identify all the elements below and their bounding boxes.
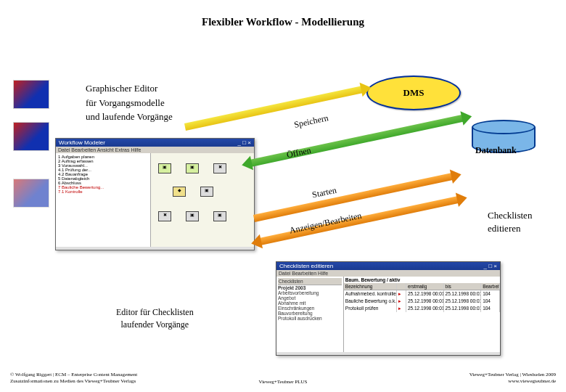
window-controls[interactable]: _ □ × xyxy=(238,139,251,146)
desc-line: Graphischer Editor xyxy=(86,81,173,96)
label-anz-bearb: Anzeigen/Bearbeiten xyxy=(289,211,363,237)
window-title: Workflow Modeler xyxy=(59,139,105,146)
label-oeffnen: Öffnen xyxy=(286,145,312,161)
cell: Bauliche Bewertung o.k. xyxy=(344,298,397,305)
thumbnail-2 xyxy=(13,122,49,151)
cell: 25.12.1998 00:01 xyxy=(406,298,444,305)
cell: 25.12.1998 00:01 xyxy=(406,305,444,312)
checklist-editor-desc: Editor für Checklisten laufender Vorgäng… xyxy=(116,306,194,331)
arrow-speichern xyxy=(184,86,364,131)
cell: 104 xyxy=(481,290,500,298)
col-head xyxy=(397,283,406,290)
window-title: Checklisten editieren xyxy=(279,263,333,269)
flag-icon: ▸ xyxy=(397,290,406,298)
col-head: Bearbeitungstr. xyxy=(481,283,500,290)
checklist-line: Checklisten xyxy=(488,209,532,222)
col-head: erstmalig xyxy=(406,283,444,290)
thumbnail-1 xyxy=(13,80,49,109)
cell: Aufnahmebed. kontrolliert xyxy=(344,290,397,298)
workflow-node[interactable]: ▣ xyxy=(213,211,226,221)
label-speichern: Speichern xyxy=(293,113,329,131)
cell: 25.12.1998 00:01 xyxy=(444,298,482,305)
workflow-node[interactable]: ◆ xyxy=(173,187,186,197)
footer-text: © Wolfgang Riggert | ECM – Enterprise Co… xyxy=(10,372,137,378)
desc-line: für Vorgangsmodelle xyxy=(86,96,173,110)
window-menu[interactable]: Datei Bearbeiten Hilfe xyxy=(276,270,500,277)
thumbnail-3 xyxy=(13,179,49,208)
editor-description: Graphischer Editor für Vorgangsmodelle u… xyxy=(86,81,173,124)
desc-line: Editor für Checklisten xyxy=(116,306,194,319)
col-head: Bezeichnung xyxy=(344,283,397,290)
footer-center: Vieweg+Teubner PLUS xyxy=(259,379,308,385)
cell: Protokoll prüfen xyxy=(344,305,397,312)
window-controls[interactable]: _ □ × xyxy=(484,263,497,269)
cell: 25.12.1998 00:01 xyxy=(444,290,482,298)
flag-icon: ▸ xyxy=(397,298,406,305)
footer-right: Vieweg+Teubner Verlag | Wiesbaden 2009 w… xyxy=(469,372,556,385)
cell: 104 xyxy=(481,298,500,305)
checklist-label: Checklisten editieren xyxy=(488,209,532,235)
table-row[interactable]: Protokoll prüfen ▸ 25.12.1998 00:01 25.1… xyxy=(344,305,500,312)
cell: 25.12.1998 00:01 xyxy=(406,290,444,298)
workflow-node[interactable]: ▣ xyxy=(200,187,213,197)
tree-tab[interactable]: Checklisten xyxy=(278,278,342,285)
desc-line: und laufende Vorgänge xyxy=(86,110,173,124)
workflow-node[interactable]: ✖ xyxy=(158,211,171,221)
workflow-node[interactable]: ▣ xyxy=(158,163,171,173)
list-item[interactable]: 7.1 Kontrolle xyxy=(57,189,149,194)
tree-item[interactable]: Arbeitsvorbereitung xyxy=(278,290,342,295)
window-titlebar: Checklisten editieren _ □ × xyxy=(276,262,500,270)
window-menu[interactable]: Datei Bearbeiten Ansicht Extras Hilfe xyxy=(56,147,254,153)
tree-item[interactable]: Protokoll ausdrucken xyxy=(278,316,342,321)
footer-text: Vieweg+Teubner Verlag | Wiesbaden 2009 xyxy=(469,372,556,378)
tree-item[interactable]: Projekt 2003 xyxy=(278,285,342,290)
flag-icon: ▸ xyxy=(397,305,406,312)
dms-label: DMS xyxy=(403,87,424,99)
footer-text: Zusatzinformationen zu Medien des Vieweg… xyxy=(10,378,137,385)
desc-line: laufender Vorgänge xyxy=(116,319,194,331)
tree-item[interactable]: Angebot xyxy=(278,295,342,301)
workflow-node[interactable]: ▣ xyxy=(186,211,199,221)
checklist-line: editieren xyxy=(488,222,532,235)
arrow-oeffnen xyxy=(250,115,464,167)
page-title: Flexibler Workflow - Modellierung xyxy=(0,0,566,28)
table-row[interactable]: Bauliche Bewertung o.k. ▸ 25.12.1998 00:… xyxy=(344,298,500,305)
checklist-tree[interactable]: Checklisten Projekt 2003 Arbeitsvorberei… xyxy=(276,277,344,352)
workflow-editor-window: Workflow Modeler _ □ × Datei Bearbeiten … xyxy=(55,138,255,250)
cell: 25.12.1998 00:01 xyxy=(444,305,482,312)
checklist-editor-window: Checklisten editieren _ □ × Datei Bearbe… xyxy=(276,261,501,356)
checklist-table[interactable]: Baum. Bewertung / aktiv Bezeichnung erst… xyxy=(344,277,500,352)
tree-item[interactable]: Abnahme mit Einschränkungen xyxy=(278,301,342,311)
col-head: bis xyxy=(444,283,482,290)
window-titlebar: Workflow Modeler _ □ × xyxy=(56,139,254,147)
table-title: Baum. Bewertung / aktiv xyxy=(344,277,500,283)
cell: 104 xyxy=(481,305,500,312)
dms-ellipse: DMS xyxy=(366,75,461,110)
workflow-node[interactable]: ▣ xyxy=(186,163,199,173)
workflow-canvas[interactable]: ▣ ▣ ✖ ◆ ▣ ✖ ▣ ▣ xyxy=(151,153,254,247)
database-label: Datenbank xyxy=(475,145,517,156)
workflow-node[interactable]: ✖ xyxy=(213,163,226,173)
tree-item[interactable]: Bauvorbereitung xyxy=(278,311,342,316)
footer-left: © Wolfgang Riggert | ECM – Enterprise Co… xyxy=(10,372,137,385)
table-row[interactable]: Aufnahmebed. kontrolliert ▸ 25.12.1998 0… xyxy=(344,290,500,298)
editor-step-list[interactable]: 1 Aufgaben planen 2 Auftrag erfassen 3 V… xyxy=(56,153,151,247)
footer-text: www.viewegteubner.de xyxy=(469,378,556,385)
table-header: Bezeichnung erstmalig bis Bearbeitungstr… xyxy=(344,283,500,290)
